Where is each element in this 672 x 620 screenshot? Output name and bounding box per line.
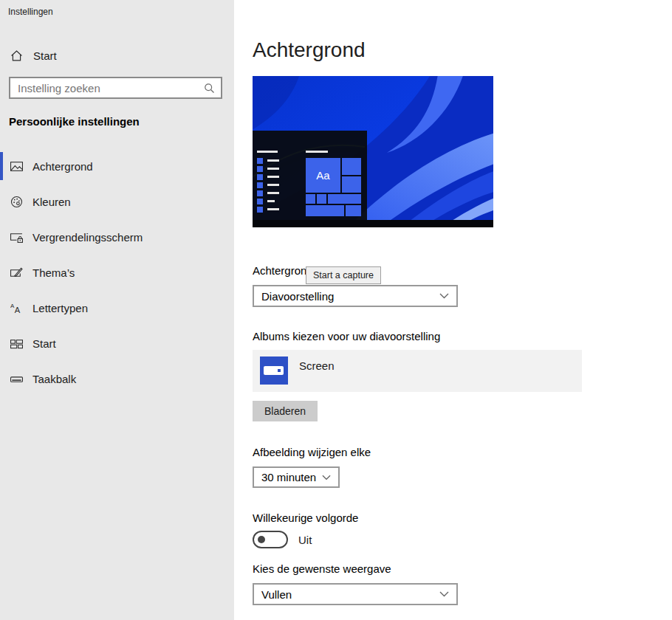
sidebar-item-label: Taakbalk — [32, 373, 76, 385]
window-title: Instellingen — [8, 7, 53, 17]
sidebar-home-label: Start — [33, 49, 57, 62]
preview-tile-aa: Aa — [306, 158, 340, 193]
shuffle-toggle-row: Uit — [253, 531, 312, 548]
svg-text:A: A — [15, 305, 21, 314]
search-input[interactable] — [16, 81, 204, 95]
interval-dropdown[interactable]: 30 minuten — [253, 466, 340, 488]
image-icon — [10, 160, 23, 173]
themes-icon — [10, 266, 23, 279]
sidebar-item-label: Kleuren — [32, 196, 71, 208]
settings-window: Instellingen Start Persoonlijke instelli… — [0, 0, 672, 620]
sidebar-section-heading: Persoonlijke instellingen — [9, 115, 140, 128]
sidebar-item-label: Start — [32, 337, 56, 350]
sidebar-item-lettertypen[interactable]: A A Lettertypen — [0, 290, 234, 326]
palette-icon — [10, 196, 23, 208]
interval-value: 30 minuten — [261, 471, 316, 483]
fonts-icon: A A — [10, 302, 23, 314]
sidebar-item-label: Achtergrond — [32, 160, 93, 173]
sidebar-item-home[interactable]: Start — [0, 44, 234, 66]
page-title: Achtergrond — [253, 38, 366, 62]
album-item-screen[interactable]: Screen — [253, 350, 582, 392]
toggle-knob — [258, 536, 265, 543]
sidebar-nav: Achtergrond Kleuren — [0, 148, 234, 396]
shuffle-label: Willekeurige volgorde — [253, 512, 358, 524]
start-tiles-icon — [10, 337, 23, 350]
albums-label: Albums kiezen voor uw diavoorstelling — [253, 330, 440, 342]
background-type-dropdown[interactable]: Diavoorstelling — [253, 285, 458, 307]
chevron-down-icon — [439, 293, 449, 299]
sidebar-item-label: Vergrendelingsscherm — [32, 231, 143, 244]
shuffle-toggle-state: Uit — [298, 534, 312, 546]
sidebar-item-start[interactable]: Start — [0, 326, 234, 361]
fit-label: Kies de gewenste weergave — [253, 562, 391, 575]
chevron-down-icon — [439, 591, 449, 597]
background-type-value: Diavoorstelling — [261, 290, 334, 303]
background-field-label: Achtergrond — [253, 264, 313, 277]
sidebar-item-label: Thema’s — [32, 266, 75, 279]
start-menu-preview: Aa — [253, 131, 367, 220]
capture-tooltip: Start a capture — [306, 266, 381, 284]
folder-icon — [260, 356, 288, 385]
preview-tile-text: Aa — [316, 169, 329, 182]
search-icon[interactable] — [204, 83, 215, 94]
taskbar-icon — [10, 373, 23, 385]
sidebar-item-themas[interactable]: Thema’s — [0, 255, 234, 290]
search-box[interactable] — [9, 77, 222, 99]
shuffle-toggle[interactable] — [253, 531, 288, 548]
sidebar-item-label: Lettertypen — [32, 302, 88, 314]
browse-button[interactable]: Bladeren — [253, 401, 318, 421]
background-preview: Aa — [253, 76, 493, 227]
taskbar-preview — [253, 220, 493, 227]
lock-screen-icon — [10, 231, 23, 244]
album-name: Screen — [299, 359, 335, 372]
sidebar-item-achtergrond[interactable]: Achtergrond — [0, 148, 234, 184]
sidebar-item-kleuren[interactable]: Kleuren — [0, 184, 234, 219]
home-icon — [10, 49, 23, 62]
sidebar: Instellingen Start Persoonlijke instelli… — [0, 0, 234, 620]
main-content: Achtergrond — [234, 0, 672, 620]
fit-dropdown[interactable]: Vullen — [253, 583, 458, 605]
fit-value: Vullen — [261, 588, 292, 601]
sidebar-item-taakbalk[interactable]: Taakbalk — [0, 361, 234, 396]
chevron-down-icon — [322, 475, 331, 480]
sidebar-item-vergrendelingsscherm[interactable]: Vergrendelingsscherm — [0, 219, 234, 255]
interval-label: Afbeelding wijzigen elke — [253, 446, 371, 458]
